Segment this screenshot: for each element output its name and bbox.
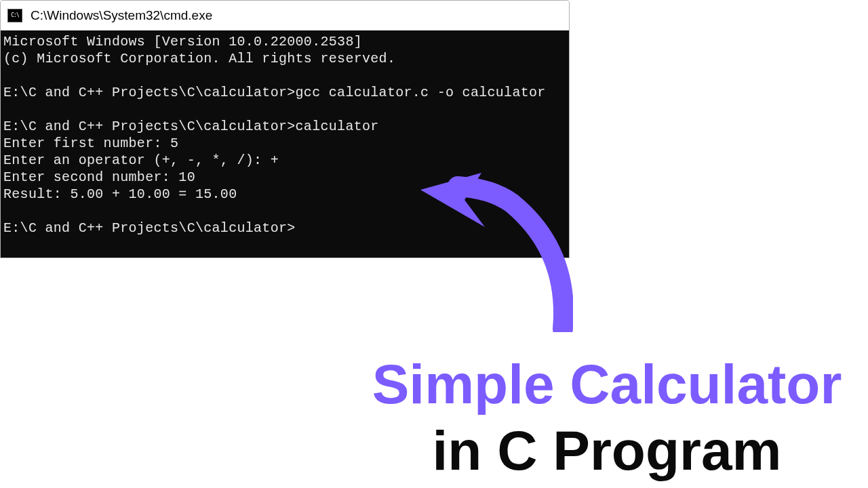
terminal-line: Enter second number: 10 [3, 169, 195, 185]
heading-line-1: Simple Calculator [353, 355, 861, 413]
curved-arrow-icon [417, 169, 573, 332]
terminal-line: E:\C and C++ Projects\C\calculator> [3, 220, 296, 236]
terminal-line: (c) Microsoft Corporation. All rights re… [3, 51, 395, 66]
title-bar[interactable]: C:\ C:\Windows\System32\cmd.exe [1, 1, 569, 30]
terminal-line: Result: 5.00 + 10.00 = 15.00 [3, 186, 237, 202]
terminal-line: Enter first number: 5 [3, 136, 178, 151]
heading-text: Simple Calculator in C Program [353, 355, 861, 481]
heading-line-2: in C Program [353, 420, 861, 481]
terminal-line: Enter an operator (+, -, *, /): + [3, 152, 279, 168]
terminal-line: E:\C and C++ Projects\C\calculator>calcu… [3, 119, 379, 134]
cmd-icon: C:\ [7, 9, 22, 22]
window-title: C:\Windows\System32\cmd.exe [31, 8, 212, 23]
terminal-line: E:\C and C++ Projects\C\calculator>gcc c… [3, 85, 546, 100]
terminal-line: Microsoft Windows [Version 10.0.22000.25… [3, 34, 362, 49]
